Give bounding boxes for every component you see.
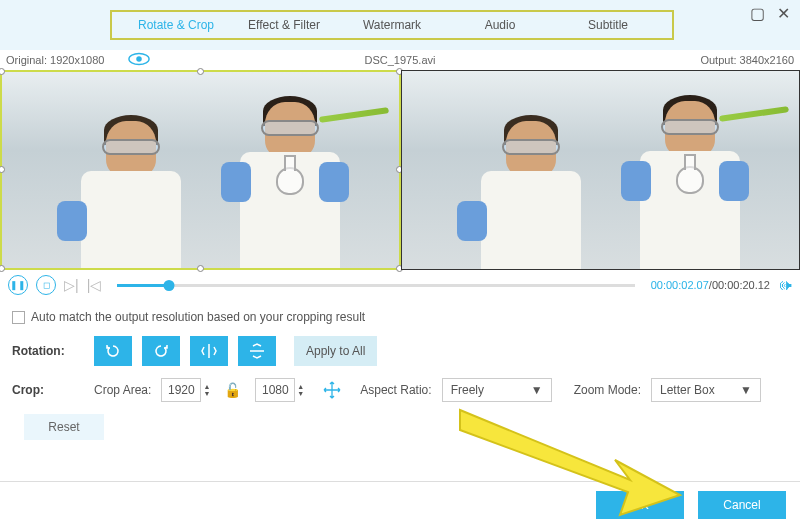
move-icon[interactable]	[320, 378, 344, 402]
flip-horizontal-button[interactable]	[190, 336, 228, 366]
stop-button[interactable]: ◻	[36, 275, 56, 295]
zoom-mode-label: Zoom Mode:	[574, 383, 641, 397]
zoom-mode-select[interactable]: Letter Box▼	[651, 378, 761, 402]
crop-height-input[interactable]: 1080	[255, 378, 295, 402]
preview-output	[401, 70, 800, 270]
header-bar: Rotate & Crop Effect & Filter Watermark …	[0, 0, 800, 50]
chevron-down-icon: ▼	[740, 383, 752, 397]
cancel-button[interactable]: Cancel	[698, 491, 786, 519]
minimize-icon[interactable]: ▢	[750, 4, 765, 23]
crop-width-input[interactable]: 1920	[161, 378, 201, 402]
rotate-left-button[interactable]	[94, 336, 132, 366]
tab-audio[interactable]: Audio	[446, 18, 554, 32]
chevron-down-icon: ▼	[531, 383, 543, 397]
auto-match-label: Auto match the output resolution based o…	[31, 310, 365, 324]
lock-icon[interactable]: 🔓	[224, 382, 241, 398]
rotate-right-button[interactable]	[142, 336, 180, 366]
preview-original[interactable]	[0, 70, 401, 270]
original-resolution: Original: 1920x1080	[6, 54, 104, 66]
progress-slider[interactable]	[117, 284, 634, 287]
pause-button[interactable]: ❚❚	[8, 275, 28, 295]
tab-rotate-crop[interactable]: Rotate & Crop	[122, 18, 230, 32]
flip-vertical-button[interactable]	[238, 336, 276, 366]
apply-to-all-button[interactable]: Apply to All	[294, 336, 377, 366]
eye-icon[interactable]	[128, 52, 150, 66]
preview-row	[0, 70, 800, 270]
crop-label: Crop:	[12, 383, 84, 397]
close-icon[interactable]: ✕	[777, 4, 790, 23]
auto-match-checkbox[interactable]	[12, 311, 25, 324]
reset-button[interactable]: Reset	[24, 414, 104, 440]
crop-width-spinner[interactable]: ▲▼	[203, 383, 210, 397]
next-frame-button[interactable]: |◁	[87, 277, 102, 293]
aspect-ratio-label: Aspect Ratio:	[360, 383, 431, 397]
volume-icon[interactable]: 🕪	[778, 277, 792, 293]
svg-point-1	[136, 56, 142, 62]
tab-effect-filter[interactable]: Effect & Filter	[230, 18, 338, 32]
footer: OK Cancel	[0, 481, 800, 527]
settings-panel: Auto match the output resolution based o…	[0, 300, 800, 450]
prev-frame-button[interactable]: ▷|	[64, 277, 79, 293]
output-resolution: Output: 3840x2160	[700, 54, 794, 66]
window-controls: ▢ ✕	[750, 4, 790, 23]
rotation-label: Rotation:	[12, 344, 84, 358]
tab-watermark[interactable]: Watermark	[338, 18, 446, 32]
playback-bar: ❚❚ ◻ ▷| |◁ 00:00:02.07/00:00:20.12 🕪	[0, 270, 800, 300]
filename: DSC_1975.avi	[365, 54, 436, 66]
time-display: 00:00:02.07/00:00:20.12	[651, 279, 770, 291]
tabs-highlight: Rotate & Crop Effect & Filter Watermark …	[110, 10, 674, 40]
tab-subtitle[interactable]: Subtitle	[554, 18, 662, 32]
info-bar: Original: 1920x1080 DSC_1975.avi Output:…	[0, 50, 800, 70]
aspect-ratio-select[interactable]: Freely▼	[442, 378, 552, 402]
ok-button[interactable]: OK	[596, 491, 684, 519]
crop-area-label: Crop Area:	[94, 383, 151, 397]
crop-height-spinner[interactable]: ▲▼	[297, 383, 304, 397]
